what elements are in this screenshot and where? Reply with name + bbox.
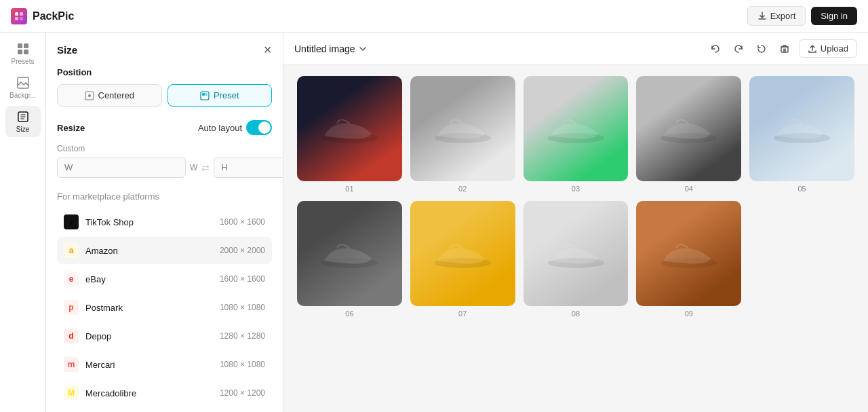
size-label: Size — [16, 126, 29, 133]
image-num-01: 01 — [345, 185, 353, 193]
navbar: PackPic Export Sign in — [0, 0, 868, 33]
centered-button[interactable]: Centered — [57, 84, 162, 107]
dimension-row: W ⇄ H — [57, 157, 272, 178]
resize-label: Resize — [57, 123, 85, 133]
centered-icon — [85, 91, 94, 100]
market-icon-tiktok: ♪ — [64, 214, 79, 229]
svg-rect-12 — [201, 92, 209, 100]
image-thumb-06 — [297, 201, 402, 306]
signin-button[interactable]: Sign in — [811, 7, 857, 25]
auto-layout-label: Auto layout — [198, 123, 242, 133]
marketplace-item-mercadolibre[interactable]: M Mercadolibre 1200 × 1200 — [57, 379, 272, 407]
auto-layout-group: Auto layout — [198, 120, 272, 135]
image-cell-02[interactable]: 02 — [410, 76, 515, 193]
marketplace-item-mercari[interactable]: m Mercari 1080 × 1080 — [57, 351, 272, 378]
image-cell-06[interactable]: 06 — [297, 201, 402, 318]
image-cell-08[interactable]: 08 — [524, 201, 629, 318]
image-cell-04[interactable]: 04 — [636, 76, 741, 193]
market-size-postmark: 1080 × 1080 — [220, 303, 265, 312]
custom-label: Custom — [57, 142, 272, 154]
svg-rect-6 — [18, 50, 22, 54]
image-cell-03[interactable]: 03 — [524, 76, 629, 193]
svg-rect-0 — [15, 12, 18, 16]
marketplace-section-label: For marketplace platforms — [57, 191, 272, 202]
preset-button[interactable]: Preset — [167, 84, 273, 107]
market-size-ebay: 1600 × 1600 — [220, 274, 265, 284]
sidebar-item-presets[interactable]: Presets — [5, 38, 41, 69]
image-num-05: 05 — [797, 185, 806, 193]
image-num-07: 07 — [458, 310, 467, 318]
width-input[interactable] — [57, 157, 186, 178]
redo-icon — [733, 43, 744, 54]
background-label: Backgr... — [9, 92, 36, 99]
svg-rect-15 — [781, 47, 788, 52]
preset-icon — [200, 91, 210, 100]
image-thumb-07 — [410, 201, 515, 306]
marketplace-item-depop[interactable]: d Depop 1280 × 1280 — [57, 322, 272, 350]
upload-button[interactable]: Upload — [799, 39, 857, 58]
svg-rect-7 — [24, 50, 28, 54]
svg-rect-4 — [18, 43, 22, 48]
width-label: W — [190, 163, 197, 172]
delete-button[interactable] — [776, 40, 793, 58]
size-icon — [16, 110, 30, 124]
image-title-button[interactable]: Untitled image — [294, 43, 368, 54]
presets-icon — [16, 42, 30, 56]
undo-button[interactable] — [707, 40, 724, 58]
marketplace-item-tiktok[interactable]: ♪ TikTok Shop 1600 × 1600 — [57, 208, 272, 236]
auto-layout-toggle[interactable] — [246, 120, 272, 135]
main-content: Untitled image — [283, 33, 868, 412]
market-icon-ebay: e — [64, 271, 79, 286]
image-num-02: 02 — [458, 185, 467, 193]
market-size-amazon: 2000 × 2000 — [220, 246, 265, 255]
refresh-icon — [756, 43, 767, 54]
undo-icon — [710, 43, 721, 54]
image-thumb-05 — [749, 76, 854, 181]
sidebar-item-size[interactable]: Size — [5, 106, 41, 137]
content-header: Untitled image — [283, 33, 868, 65]
svg-rect-5 — [24, 43, 28, 48]
market-name-ebay: eBay — [85, 274, 220, 284]
svg-rect-8 — [18, 77, 28, 88]
market-name-postmark: Postmark — [85, 303, 220, 313]
image-cell-01[interactable]: 01 — [297, 76, 402, 193]
marketplace-item-amazon[interactable]: a Amazon 2000 × 2000 — [57, 237, 272, 264]
resize-row: Resize Auto layout — [57, 120, 272, 135]
logo-icon — [11, 8, 27, 24]
navbar-right: Export Sign in — [747, 6, 857, 26]
sidebar-item-background[interactable]: Backgr... — [5, 72, 41, 103]
svg-point-11 — [88, 94, 91, 97]
position-section-label: Position — [57, 67, 272, 77]
svg-rect-14 — [205, 93, 208, 96]
marketplace-item-postmark[interactable]: p Postmark 1080 × 1080 — [57, 294, 272, 321]
redo-button[interactable] — [730, 40, 747, 58]
image-cell-05[interactable]: 05 — [749, 76, 854, 193]
market-icon-mercadolibre: M — [64, 386, 79, 400]
image-title-text: Untitled image — [294, 43, 355, 54]
height-input[interactable] — [214, 157, 283, 178]
image-thumb-08 — [524, 201, 629, 306]
image-cell-07[interactable]: 07 — [410, 201, 515, 318]
icon-sidebar: Presets Backgr... Size — [0, 33, 46, 412]
image-thumb-04 — [636, 76, 741, 181]
market-name-mercari: Mercari — [85, 360, 220, 370]
panel-header: Size ✕ — [57, 43, 272, 56]
market-name-tiktok: TikTok Shop — [85, 217, 220, 227]
image-num-03: 03 — [572, 185, 580, 193]
image-thumb-02 — [410, 76, 515, 181]
left-panel: Size ✕ Position Centered — [46, 33, 283, 412]
image-num-04: 04 — [685, 185, 693, 193]
marketplace-item-ebay[interactable]: e eBay 1600 × 1600 — [57, 265, 272, 293]
export-button[interactable]: Export — [747, 6, 806, 26]
navbar-left: PackPic — [11, 8, 74, 24]
panel-title: Size — [57, 44, 77, 56]
content-actions: Upload — [707, 39, 857, 58]
market-icon-postmark: p — [64, 300, 79, 315]
close-button[interactable]: ✕ — [263, 43, 272, 56]
image-grid: 01 02 03 — [283, 65, 868, 412]
logo-text: PackPic — [33, 10, 74, 22]
refresh-button[interactable] — [753, 40, 770, 58]
image-cell-09[interactable]: 09 — [636, 201, 741, 318]
market-size-tiktok: 1600 × 1600 — [220, 217, 265, 227]
dimension-separator: ⇄ — [201, 162, 210, 173]
